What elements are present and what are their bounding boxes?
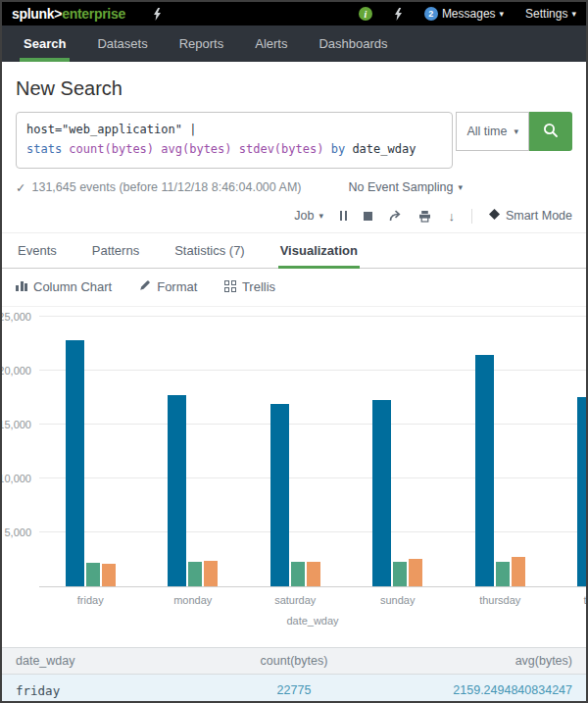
check-icon: ✓ — [16, 180, 25, 195]
nav-item-alerts[interactable]: Alerts — [239, 25, 303, 62]
share-icon[interactable] — [389, 210, 402, 223]
chart-type-label: Column Chart — [33, 279, 112, 294]
logo-splunk-text: splunk — [12, 6, 54, 22]
search-mode-selector[interactable]: Smart Mode — [489, 209, 572, 223]
job-menu[interactable]: Job ▾ — [294, 209, 323, 223]
y-tick-label: 15,000 — [0, 419, 31, 430]
nav-item-reports[interactable]: Reports — [164, 25, 240, 62]
tab-events[interactable]: Events — [16, 233, 59, 268]
settings-menu[interactable]: Settings ▾ — [525, 7, 576, 21]
chevron-down-icon: ▾ — [458, 183, 463, 192]
events-count-text: 131,645 events (before 11/12/18 8:46:04.… — [31, 180, 301, 194]
event-sampling-dropdown[interactable]: No Event Sampling ▾ — [348, 180, 463, 194]
magnifier-icon — [542, 122, 560, 142]
column-header-date-wday[interactable]: date_wday — [16, 654, 201, 668]
bar-group-friday — [39, 317, 142, 586]
event-sampling-label: No Event Sampling — [348, 180, 453, 194]
table-row: friday 22775 2159.2494840834247 — [2, 675, 586, 703]
bar-avg(bytes)-thursday[interactable] — [496, 562, 510, 586]
format-button[interactable]: Format — [139, 279, 197, 294]
trellis-label: Trellis — [242, 279, 275, 294]
status-row: ✓ 131,645 events (before 11/12/18 8:46:0… — [16, 180, 572, 195]
cell-count-bytes[interactable]: 22775 — [201, 683, 386, 698]
smart-mode-label: Smart Mode — [506, 209, 572, 223]
app-navbar: Search Datasets Reports Alerts Dashboard… — [2, 25, 586, 62]
x-tick-label: tuesday — [552, 591, 587, 606]
tab-visualization[interactable]: Visualization — [278, 233, 360, 268]
chart-xlabels-viewport: fridaymondaysaturdaysundaythursdaytuesda… — [39, 591, 586, 609]
page-title: New Search — [16, 77, 572, 100]
pause-job-icon[interactable] — [340, 211, 348, 221]
search-query-input[interactable]: host="web_application" | stats count(byt… — [16, 112, 453, 169]
bar-count(bytes)-thursday[interactable] — [475, 355, 494, 585]
bar-stdev(bytes)-monday[interactable] — [204, 561, 218, 585]
tab-statistics[interactable]: Statistics (7) — [172, 233, 247, 268]
bar-stdev(bytes)-sunday[interactable] — [409, 559, 422, 586]
nav-item-datasets[interactable]: Datasets — [81, 25, 163, 62]
help-bolt-icon[interactable] — [394, 8, 403, 21]
activity-bolt-icon[interactable] — [153, 8, 162, 21]
bar-stdev(bytes)-friday[interactable] — [102, 564, 116, 586]
trellis-icon — [224, 280, 236, 292]
bar-avg(bytes)-sunday[interactable] — [393, 562, 407, 586]
bar-count(bytes)-tuesday[interactable] — [577, 397, 586, 586]
y-tick-label: 5,000 — [4, 527, 31, 538]
chart-y-axis: 5,00010,00015,00020,00025,000 — [2, 317, 35, 586]
messages-menu[interactable]: 2 Messages ▾ — [424, 7, 504, 21]
y-tick-label: 20,000 — [0, 365, 31, 377]
time-range-label: All time — [466, 125, 507, 138]
bar-group-monday — [142, 317, 245, 586]
pencil-icon — [139, 279, 151, 294]
x-tick-label: sunday — [347, 591, 450, 606]
cell-avg-bytes[interactable]: 2159.2494840834247 — [387, 683, 572, 698]
cell-date-wday[interactable]: friday — [16, 683, 201, 698]
chart-type-button[interactable]: Column Chart — [16, 279, 112, 294]
result-tabs: Events Patterns Statistics (7) Visualiza… — [2, 233, 586, 269]
print-icon[interactable] — [418, 210, 431, 223]
viz-toolbar: Column Chart Format Trellis — [2, 269, 586, 307]
search-button[interactable] — [529, 112, 572, 151]
bar-group-tuesday — [552, 317, 587, 586]
info-icon[interactable]: i — [359, 7, 372, 21]
chart-baseline — [39, 586, 586, 587]
bar-avg(bytes)-saturday[interactable] — [291, 562, 305, 585]
export-download-icon[interactable]: ↓ — [448, 209, 455, 224]
query-command: stats — [26, 142, 62, 156]
messages-label: Messages — [442, 7, 496, 21]
time-range-picker[interactable]: All time ▾ — [456, 112, 529, 151]
nav-item-dashboards[interactable]: Dashboards — [303, 25, 403, 62]
tab-patterns[interactable]: Patterns — [90, 233, 141, 268]
column-header-avg-bytes[interactable]: avg(bytes) — [387, 654, 572, 668]
chart-plot-viewport — [39, 317, 586, 586]
bar-count(bytes)-sunday[interactable] — [372, 400, 391, 585]
bar-stdev(bytes)-thursday[interactable] — [512, 557, 525, 585]
bar-avg(bytes)-friday[interactable] — [86, 563, 100, 586]
nav-item-search[interactable]: Search — [8, 25, 81, 62]
smart-mode-icon — [489, 209, 500, 223]
stop-job-icon[interactable] — [364, 212, 372, 221]
trellis-button[interactable]: Trellis — [224, 279, 275, 294]
query-field: date_wday — [352, 142, 416, 156]
bar-count(bytes)-saturday[interactable] — [270, 404, 289, 586]
x-tick-label: monday — [142, 591, 245, 606]
bar-stdev(bytes)-saturday[interactable] — [307, 562, 320, 586]
messages-count-badge: 2 — [424, 7, 438, 21]
bar-avg(bytes)-monday[interactable] — [188, 562, 202, 586]
job-label: Job — [294, 209, 314, 223]
splunk-window: splunk>enterprise i 2 Messages ▾ Setting… — [0, 0, 588, 703]
chevron-down-icon: ▾ — [318, 212, 323, 221]
format-label: Format — [157, 279, 197, 294]
logo-enterprise-text: enterprise — [62, 6, 125, 22]
column-chart: 5,00010,00015,00020,00025,000 fridaymond… — [2, 311, 586, 638]
x-tick-label: saturday — [244, 591, 347, 606]
chevron-down-icon: ▾ — [571, 10, 576, 19]
splunk-logo[interactable]: splunk>enterprise — [12, 6, 125, 22]
bar-count(bytes)-monday[interactable] — [168, 395, 186, 586]
topbar-right-group: i 2 Messages ▾ Settings ▾ — [359, 7, 576, 21]
bar-count(bytes)-friday[interactable] — [66, 340, 84, 586]
column-header-count-bytes[interactable]: count(bytes) — [201, 654, 386, 668]
y-tick-label: 10,000 — [0, 473, 31, 484]
query-by-keyword: by — [331, 142, 345, 156]
toolbar-divider — [471, 209, 472, 224]
query-line-1: host="web_application" | — [26, 121, 442, 140]
